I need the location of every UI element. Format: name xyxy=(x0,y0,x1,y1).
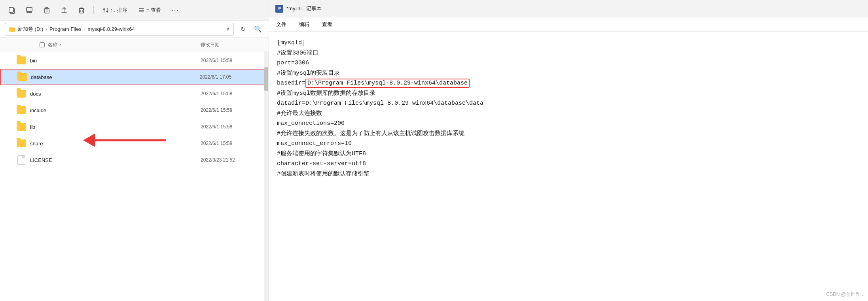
path-drive: 新加卷 (D:) xyxy=(18,26,43,33)
toolbar-separator xyxy=(93,6,94,14)
address-chevron: ∨ xyxy=(226,26,229,32)
file-name: share xyxy=(30,141,201,147)
file-name: lib xyxy=(30,124,201,130)
list-item[interactable]: LICENSE 2022/3/23 21:52 xyxy=(0,152,269,168)
file-date: 2022/3/23 21:52 xyxy=(201,157,264,163)
file-name: database xyxy=(31,74,200,80)
content-basedir-label: basedir= xyxy=(277,80,305,87)
list-item[interactable]: bin 2022/6/1 15:58 xyxy=(0,52,269,69)
file-date: 2022/6/1 15:58 xyxy=(201,124,264,130)
list-item[interactable]: lib 2022/6/1 15:58 xyxy=(0,119,269,135)
scrollbar-thumb[interactable] xyxy=(264,67,268,91)
file-list: bin 2022/6/1 15:58 database 2022/6/1 17:… xyxy=(0,52,269,301)
cut-button[interactable] xyxy=(22,3,36,17)
copy-button[interactable] xyxy=(5,3,19,17)
content-rest: #设置mysql数据库的数据的存放目录 datadir=D:\Program F… xyxy=(277,90,483,177)
folder-icon xyxy=(16,139,27,148)
notepad-panel: *my.ini - 记事本 文件 编辑 查看 [mysqld] #设置3306端… xyxy=(269,0,868,301)
menu-file[interactable]: 文件 xyxy=(274,19,289,30)
menu-view[interactable]: 查看 xyxy=(320,19,335,30)
search-button[interactable]: 🔍 xyxy=(252,23,264,35)
file-date: 2022/6/1 17:05 xyxy=(200,74,263,80)
file-explorer: ↑↓ 排序 ≡ 查看 ··· 新加卷 (D:) › Program Files … xyxy=(0,0,269,301)
column-date: 修改日期 xyxy=(201,41,264,48)
view-button[interactable]: ≡ 查看 xyxy=(135,3,165,17)
svg-rect-5 xyxy=(45,8,49,13)
folder-icon xyxy=(16,56,27,65)
column-name[interactable]: 名称 ∧ xyxy=(40,41,201,48)
path-arrow-2: › xyxy=(84,27,85,32)
file-name: LICENSE xyxy=(30,157,201,163)
svg-rect-2 xyxy=(27,8,32,11)
file-list-header: 名称 ∧ 修改日期 xyxy=(0,38,269,52)
folder-icon xyxy=(16,105,27,115)
share-button[interactable] xyxy=(57,3,71,17)
csdn-watermark: CSDN @创世界… xyxy=(826,291,865,298)
explorer-toolbar: ↑↓ 排序 ≡ 查看 ··· xyxy=(0,0,269,21)
folder-icon xyxy=(16,122,27,132)
file-name: bin xyxy=(30,58,201,64)
refresh-button[interactable]: ↻ xyxy=(237,23,249,35)
paste-button[interactable] xyxy=(40,3,54,17)
path-folder2: mysql-8.0.29-winx64 xyxy=(88,26,135,32)
view-label: ≡ 查看 xyxy=(146,7,161,14)
svg-rect-1 xyxy=(9,8,13,12)
svg-rect-16 xyxy=(9,27,12,28)
address-bar: 新加卷 (D:) › Program Files › mysql-8.0.29-… xyxy=(0,21,269,38)
address-path[interactable]: 新加卷 (D:) › Program Files › mysql-8.0.29-… xyxy=(5,23,234,36)
folder-icon xyxy=(16,89,27,98)
svg-rect-8 xyxy=(80,9,83,13)
sort-arrow-icon: ∧ xyxy=(59,43,62,47)
sort-label: ↑↓ 排序 xyxy=(110,7,127,14)
list-item[interactable]: include 2022/6/1 15:58 xyxy=(0,102,269,119)
notepad-titlebar: *my.ini - 记事本 xyxy=(269,0,868,17)
file-name: docs xyxy=(30,91,201,97)
sort-button[interactable]: ↑↓ 排序 xyxy=(99,3,131,17)
file-date: 2022/6/1 15:58 xyxy=(201,141,264,146)
file-date: 2022/6/1 15:58 xyxy=(201,58,264,63)
delete-button[interactable] xyxy=(74,3,89,17)
file-doc-icon xyxy=(16,155,27,165)
file-date: 2022/6/1 15:58 xyxy=(201,91,264,96)
list-item[interactable]: docs 2022/6/1 15:58 xyxy=(0,85,269,102)
content-basedir-value: D:\Program Files\mysql-8.0.29-winx64\dat… xyxy=(305,79,470,88)
notepad-menubar: 文件 编辑 查看 xyxy=(269,17,868,32)
file-name: include xyxy=(30,107,201,113)
notepad-title: *my.ini - 记事本 xyxy=(286,5,322,12)
path-arrow-1: › xyxy=(45,27,47,32)
path-folder1: Program Files xyxy=(49,26,81,32)
scrollbar-track[interactable] xyxy=(264,51,269,301)
content-line-1: [mysqld] #设置3306端口 port=3306 #设置mysql的安装… xyxy=(277,40,340,77)
more-button[interactable]: ··· xyxy=(168,3,182,17)
notepad-icon xyxy=(275,5,283,13)
list-item[interactable]: share 2022/6/1 15:58 xyxy=(0,135,269,152)
menu-edit[interactable]: 编辑 xyxy=(297,19,312,30)
list-item[interactable]: database 2022/6/1 17:05 xyxy=(0,69,269,85)
select-all-checkbox[interactable] xyxy=(40,42,45,47)
folder-icon xyxy=(17,72,28,82)
file-date: 2022/6/1 15:58 xyxy=(201,107,264,113)
notepad-content[interactable]: [mysqld] #设置3306端口 port=3306 #设置mysql的安装… xyxy=(269,32,868,301)
